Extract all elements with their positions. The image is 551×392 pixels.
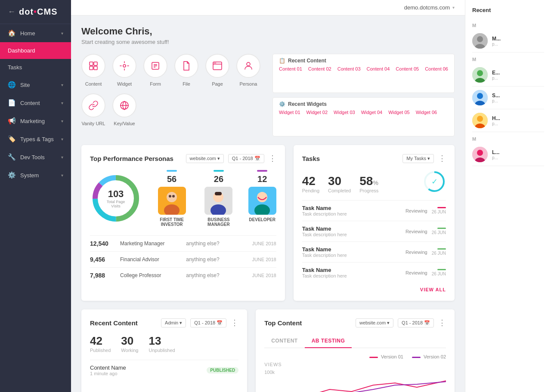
- svg-point-35: [477, 36, 483, 42]
- tasks-pending-stat: 42 Pending: [302, 174, 319, 193]
- main-content: demo.dotcms.com ▾ Welcome Chris, Start c…: [71, 0, 465, 392]
- tc-more-icon[interactable]: ⋮: [438, 318, 446, 327]
- vanity-circle: [81, 93, 105, 117]
- table-num-2: 7,988: [90, 272, 116, 279]
- persona-item-2: 12 Developer: [248, 170, 276, 227]
- sidebar-item-tasks[interactable]: Tasks: [0, 59, 71, 76]
- task-date-2: 26 JUN: [432, 251, 446, 256]
- task-date-wrap-3: 26 JUN: [432, 269, 446, 276]
- site-icon: 🌐: [8, 81, 16, 89]
- rw-link-4[interactable]: Widget 04: [361, 110, 383, 115]
- rc-link-3[interactable]: Content 03: [337, 66, 361, 71]
- task-date-1: 26 JUN: [432, 230, 446, 235]
- tasks-filter-dropdown[interactable]: My Tasks ▾: [402, 154, 434, 163]
- view-all-link[interactable]: VIEW ALL: [302, 287, 446, 292]
- recent-widgets-box: ⚙️ Recent Widgets Widget 01 Widget 02 Wi…: [272, 97, 455, 136]
- personas-period-dropdown[interactable]: Q1 - 2018 📅: [228, 154, 264, 163]
- user-info-0: M... p...: [492, 36, 501, 46]
- tasks-header: Tasks My Tasks ▾ ⋮: [302, 154, 446, 163]
- quick-label-vanity: Vanity URL: [82, 121, 105, 126]
- sidebar-label-dashboard: Dashboard: [8, 47, 35, 54]
- line-chart: [264, 377, 446, 392]
- personas-more-icon[interactable]: ⋮: [269, 154, 276, 163]
- tasks-stats: 42 Pending 30 Completed 58% Progress: [302, 170, 446, 193]
- avatar-0: [472, 33, 488, 49]
- sidebar-item-dev-tools[interactable]: 🔧 Dev Tools ▾: [0, 148, 71, 166]
- rc-link-2[interactable]: Content 02: [308, 66, 331, 71]
- table-name-1: Financial Advisor: [120, 256, 182, 262]
- sidebar-item-types-tags[interactable]: 🏷️ Types & Tags ▾: [0, 130, 71, 148]
- quick-label-form: Form: [150, 81, 161, 86]
- quick-icons-area: Content Widget Form: [81, 54, 264, 126]
- rw-link-1[interactable]: Widget 01: [279, 110, 300, 115]
- published-stat: 42 Published: [90, 334, 111, 353]
- quick-icon-persona[interactable]: Persona: [236, 54, 260, 86]
- quick-label-widget: Widget: [117, 81, 132, 86]
- welcome-title: Welcome Chris,: [81, 26, 455, 37]
- svg-rect-2: [90, 66, 93, 70]
- quick-icon-file[interactable]: File: [174, 54, 198, 86]
- chevron-down-icon: ▾: [61, 83, 63, 87]
- rc-link-6[interactable]: Content 06: [425, 66, 448, 71]
- back-button[interactable]: ←: [8, 7, 15, 16]
- sidebar-item-content[interactable]: 📄 Content ▾: [0, 94, 71, 112]
- sidebar-item-home[interactable]: 🏠 Home ▾: [0, 24, 71, 42]
- published-label: Published: [90, 348, 111, 353]
- rc-period-dropdown[interactable]: Q1 - 2018 📅: [190, 318, 226, 327]
- sidebar-item-marketing[interactable]: 📢 Marketing ▾: [0, 112, 71, 130]
- sidebar-item-site[interactable]: 🌐 Site ▾: [0, 76, 71, 94]
- tab-ab-testing[interactable]: AB TESTING: [305, 334, 352, 348]
- logo-area: ← dot•CMS: [0, 0, 71, 24]
- progress-label: Progress: [359, 188, 378, 193]
- quick-icon-vanity-url[interactable]: Vanity URL: [81, 93, 105, 126]
- tasks-controls: My Tasks ▾ ⋮: [402, 154, 446, 163]
- rc-more-icon[interactable]: ⋮: [231, 318, 238, 327]
- rc-admin-dropdown[interactable]: Admin ▾: [161, 318, 186, 327]
- unpublished-stat: 13 Unpublished: [149, 334, 175, 353]
- unpublished-label: Unpublished: [149, 348, 175, 353]
- quick-icon-content[interactable]: Content: [81, 54, 105, 86]
- rc-link-5[interactable]: Content 05: [396, 66, 419, 71]
- task-desc-1: Task description here: [302, 232, 401, 237]
- table-num-0: 12,540: [90, 240, 116, 247]
- tc-site-dropdown[interactable]: website.com ▾: [356, 318, 393, 327]
- tc-period-dropdown[interactable]: Q1 - 2018 📅: [398, 318, 434, 327]
- tasks-more-icon[interactable]: ⋮: [438, 154, 446, 163]
- chart-legend: Version 01 Version 02: [264, 354, 446, 359]
- sidebar-item-system[interactable]: ⚙️ System ▾: [0, 166, 71, 184]
- quick-icon-keyvalue[interactable]: Key/Value: [112, 93, 136, 126]
- dropdown-arrow-icon: ▾: [387, 320, 390, 326]
- quick-label-file: File: [183, 81, 190, 86]
- rc-link-4[interactable]: Content 04: [367, 66, 390, 71]
- rw-link-6[interactable]: Widget 06: [416, 110, 437, 115]
- quick-label-content: Content: [85, 81, 102, 86]
- persona-item-0: 56 First Time Investor: [155, 170, 189, 227]
- rw-link-2[interactable]: Widget 02: [306, 110, 328, 115]
- personas-title: Top Performance Personas: [90, 155, 173, 162]
- quick-icon-widget[interactable]: Widget: [112, 54, 136, 86]
- chevron-down-icon: ▾: [61, 173, 63, 178]
- recent-user-item-3: H... p...: [472, 109, 544, 132]
- svg-point-4: [123, 65, 126, 67]
- types-icon: 🏷️: [8, 135, 16, 143]
- completed-label: Completed: [328, 188, 351, 193]
- marketing-icon: 📢: [8, 117, 16, 125]
- quick-icon-page[interactable]: Page: [205, 54, 229, 86]
- rw-link-5[interactable]: Widget 05: [388, 110, 410, 115]
- rc-link-1[interactable]: Content 01: [279, 66, 302, 71]
- sidebar-label-site: Site: [20, 82, 30, 88]
- sidebar-item-dashboard[interactable]: Dashboard: [0, 42, 71, 59]
- content-stats: 42 Published 30 Working 13 Unpublished: [90, 334, 238, 353]
- rw-link-3[interactable]: Widget 03: [334, 110, 355, 115]
- donut-number: 103: [103, 188, 129, 200]
- user-info-4: L... p...: [492, 149, 499, 160]
- quick-label-keyvalue: Key/Value: [114, 121, 135, 126]
- table-date-2: JUNE 2018: [252, 273, 276, 278]
- pending-number: 42: [302, 174, 319, 188]
- top-content-title: Top Content: [264, 319, 302, 327]
- quick-icon-form[interactable]: Form: [143, 54, 167, 86]
- svg-rect-0: [90, 62, 93, 65]
- personas-site-dropdown[interactable]: website.com ▾: [186, 154, 224, 163]
- persona-count-1: 26: [214, 174, 223, 184]
- tab-content[interactable]: CONTENT: [264, 334, 305, 348]
